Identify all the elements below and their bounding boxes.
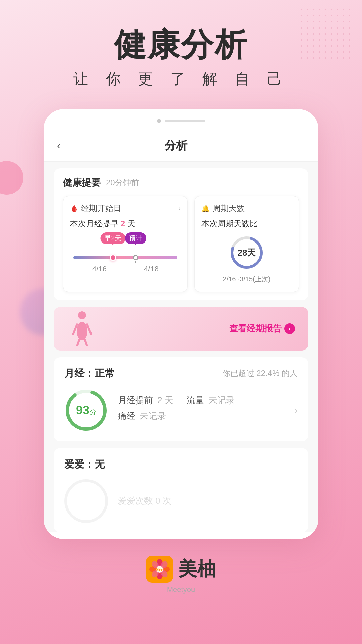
- svg-text:You: You: [158, 572, 162, 574]
- early-label: 早2天: [100, 232, 125, 244]
- cycle-icon: 🔔: [201, 204, 210, 212]
- brand-icon: Meet You: [146, 556, 173, 583]
- back-button[interactable]: ‹: [57, 139, 61, 152]
- period-card[interactable]: 🩸 经期开始日 › 本次月经提早 2 天 早2天: [63, 196, 188, 292]
- timeline-dates: 4/16 4/18: [73, 265, 177, 273]
- cycle-card-title-row: 🔔 周期天数: [201, 203, 292, 214]
- love-detail: 爱爱次数 0 次: [118, 495, 171, 507]
- svg-line-6: [77, 339, 79, 346]
- detail-row-1: 月经提前 2 天 流量 未记录: [118, 394, 285, 406]
- time-label: 20分钟前: [106, 177, 139, 188]
- detail-dysmenorrhea: 痛经 未记录: [118, 410, 166, 422]
- score-text: 93分: [76, 403, 96, 417]
- score-circle: 93分: [64, 388, 108, 432]
- health-summary-section: 健康提要 20分钟前 🩸 经期开始日 › 本次月经提早 2: [54, 168, 308, 300]
- banner-figure: [67, 309, 97, 351]
- sub-title: 让 你 更 了 解 自 己: [20, 69, 342, 89]
- phone-mockup: ‹ 分析 健康提要 20分钟前 🩸 经期开始日 ›: [44, 109, 318, 539]
- menstrual-arrow-icon[interactable]: ›: [295, 405, 298, 416]
- cycle-card[interactable]: 🔔 周期天数 本次周期天数比 28天 2/16~3/15(上次): [194, 196, 299, 292]
- nav-bar: ‹ 分析: [44, 130, 318, 162]
- cycle-title: 周期天数: [213, 203, 245, 214]
- date2: 4/18: [144, 265, 159, 273]
- love-section-row: 爱爱：无: [64, 458, 298, 471]
- cycle-desc: 本次周期天数比: [201, 218, 292, 229]
- detail-period-advance: 月经提前 2 天: [118, 394, 173, 406]
- notch-bar: [165, 120, 205, 122]
- period-icon: 🩸: [70, 204, 78, 212]
- cycle-card-title-inner: 🔔 周期天数: [201, 203, 245, 214]
- report-btn-arrow-icon: ›: [284, 323, 295, 334]
- svg-point-2: [78, 311, 86, 319]
- section-header: 健康提要 20分钟前: [63, 176, 299, 189]
- menstrual-content[interactable]: 93分 月经提前 2 天 流量 未记录: [64, 388, 298, 432]
- date1: 4/16: [92, 265, 107, 273]
- report-banner-button[interactable]: 查看经期报告 ›: [229, 323, 295, 334]
- dots-decoration: [292, 7, 352, 67]
- period-card-arrow: ›: [178, 204, 181, 212]
- svg-line-5: [87, 324, 91, 334]
- predict-label: 预计: [125, 232, 146, 244]
- nav-title: 分析: [61, 138, 292, 153]
- cards-row: 🩸 经期开始日 › 本次月经提早 2 天 早2天: [63, 196, 299, 292]
- cycle-days-circle: 28天: [230, 236, 263, 269]
- menstrual-section: 月经：正常 你已超过 22.4% 的人 93分 月经提前: [54, 357, 308, 441]
- bottom-brand: Meet You 美柚 Meetyou: [0, 539, 362, 614]
- card-title-inner: 🩸 经期开始日: [70, 203, 121, 214]
- report-banner[interactable]: 查看经期报告 ›: [54, 307, 308, 351]
- report-btn-text: 查看经期报告: [229, 323, 282, 334]
- love-section: 爱爱：无 爱爱次数 0 次: [54, 448, 308, 532]
- detail-row-2: 痛经 未记录: [118, 410, 285, 422]
- cycle-range: 2/16~3/15(上次): [201, 275, 292, 284]
- app-content: ‹ 分析 健康提要 20分钟前 🩸 经期开始日 ›: [44, 130, 318, 532]
- menstrual-section-row: 月经：正常 你已超过 22.4% 的人: [64, 367, 298, 380]
- brand-name: 美柚: [178, 556, 216, 582]
- detail-flow: 流量 未记录: [187, 394, 235, 406]
- phone-notch: [44, 119, 318, 123]
- card-title-row: 🩸 经期开始日 ›: [70, 203, 181, 214]
- period-desc: 本次月经提早 2 天: [70, 218, 181, 229]
- timeline-bar: 早2天 预计: [73, 256, 177, 259]
- svg-text:Meet: Meet: [156, 568, 164, 571]
- section-label: 健康提要: [63, 176, 101, 189]
- menstrual-details: 月经提前 2 天 流量 未记录 痛经 未记录: [118, 394, 285, 426]
- menstrual-percent: 你已超过 22.4% 的人: [222, 368, 298, 379]
- love-title: 爱爱：无: [64, 458, 105, 471]
- cycle-days-text: 28天: [238, 247, 256, 258]
- brand-logo-area: Meet You 美柚: [0, 556, 362, 583]
- svg-line-7: [85, 339, 87, 346]
- love-circle: [64, 479, 108, 523]
- timeline-dot-pink: [110, 254, 116, 261]
- meetyou-label: Meetyou: [0, 585, 362, 594]
- love-content: 爱爱次数 0 次: [64, 479, 298, 523]
- menstrual-title: 月经：正常: [64, 367, 115, 380]
- circle-left-decoration: [0, 161, 23, 195]
- svg-line-4: [73, 324, 77, 334]
- period-title: 经期开始日: [81, 203, 121, 214]
- timeline-container: 早2天 预计 4/16 4/18: [70, 236, 181, 283]
- notch-dot: [157, 119, 161, 123]
- timeline-dot-gray: [133, 255, 138, 260]
